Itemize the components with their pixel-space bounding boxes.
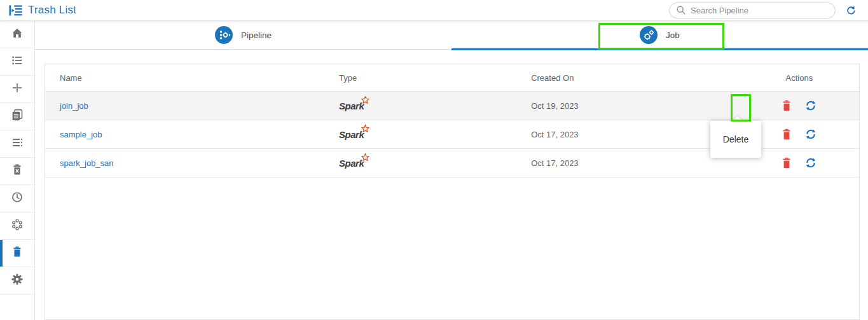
restore-icon[interactable] bbox=[804, 157, 817, 169]
created-on-value: Oct 17, 2023 bbox=[531, 120, 740, 148]
column-header-actions: Actions bbox=[740, 64, 859, 91]
tab-job[interactable]: Job bbox=[451, 21, 868, 49]
sidebar-item-pages[interactable] bbox=[0, 103, 34, 130]
column-header-created-on: Created On bbox=[531, 64, 740, 91]
created-on-value: Oct 19, 2023 bbox=[531, 92, 740, 120]
cluster-icon bbox=[11, 218, 24, 233]
spark-star-icon bbox=[361, 153, 369, 163]
delete-tooltip-label: Delete bbox=[723, 134, 748, 144]
restore-icon[interactable] bbox=[804, 128, 817, 141]
search-input[interactable] bbox=[691, 6, 829, 15]
sidebar-item-delete-forever[interactable] bbox=[0, 158, 34, 185]
delete-tooltip: Delete bbox=[710, 121, 761, 158]
tab-job-label: Job bbox=[666, 31, 680, 40]
job-icon bbox=[640, 26, 658, 44]
home-icon bbox=[11, 27, 24, 42]
pipeline-icon bbox=[215, 26, 233, 44]
delete-icon[interactable] bbox=[782, 157, 792, 169]
tab-pipeline-label: Pipeline bbox=[241, 31, 272, 40]
spark-logo: Spark bbox=[339, 158, 372, 169]
column-header-name: Name bbox=[45, 64, 339, 91]
tab-pipeline[interactable]: Pipeline bbox=[35, 21, 451, 49]
sidebar-item-toc[interactable] bbox=[0, 130, 34, 158]
spark-star-icon bbox=[361, 96, 369, 106]
spark-logo: Spark bbox=[339, 101, 372, 111]
delete-icon[interactable] bbox=[782, 129, 792, 140]
settings-icon bbox=[11, 273, 24, 288]
sidebar-item-history[interactable] bbox=[0, 185, 34, 212]
search-box[interactable] bbox=[669, 3, 836, 18]
sidebar-item-trash[interactable] bbox=[0, 240, 34, 267]
sidebar-item-settings[interactable] bbox=[0, 267, 34, 295]
restore-icon[interactable] bbox=[804, 99, 817, 112]
spark-star-icon bbox=[361, 125, 369, 135]
trash-x-icon bbox=[11, 163, 24, 179]
search-icon bbox=[676, 5, 686, 15]
page-title: Trash List bbox=[28, 4, 76, 17]
list-icon bbox=[11, 54, 24, 69]
trash-table: Name Type Created On Actions join_job Sp… bbox=[45, 64, 860, 320]
sidebar-item-add[interactable] bbox=[0, 76, 34, 103]
history-icon bbox=[11, 191, 24, 206]
main-content: Pipeline bbox=[35, 21, 868, 320]
spark-logo: Spark bbox=[339, 129, 372, 140]
trash-icon bbox=[11, 246, 24, 261]
delete-icon[interactable] bbox=[782, 100, 792, 111]
tab-bar: Pipeline bbox=[35, 21, 868, 50]
sidebar bbox=[0, 21, 35, 320]
job-name-link[interactable]: spark_job_san bbox=[60, 158, 114, 168]
job-name-link[interactable]: sample_job bbox=[60, 130, 102, 139]
sidebar-item-home[interactable] bbox=[0, 21, 34, 48]
plus-icon bbox=[11, 81, 24, 97]
sidebar-item-cluster[interactable] bbox=[0, 212, 34, 240]
sidebar-item-list[interactable] bbox=[0, 48, 34, 76]
topbar: Trash List bbox=[0, 0, 868, 21]
table-header-row: Name Type Created On Actions bbox=[45, 64, 859, 92]
toc-icon bbox=[11, 136, 24, 151]
refresh-icon[interactable] bbox=[846, 5, 857, 16]
job-name-link[interactable]: join_job bbox=[60, 101, 88, 111]
pages-icon bbox=[11, 109, 24, 124]
created-on-value: Oct 17, 2023 bbox=[531, 149, 740, 177]
column-header-type: Type bbox=[339, 64, 531, 91]
menu-open-icon[interactable] bbox=[9, 4, 22, 17]
